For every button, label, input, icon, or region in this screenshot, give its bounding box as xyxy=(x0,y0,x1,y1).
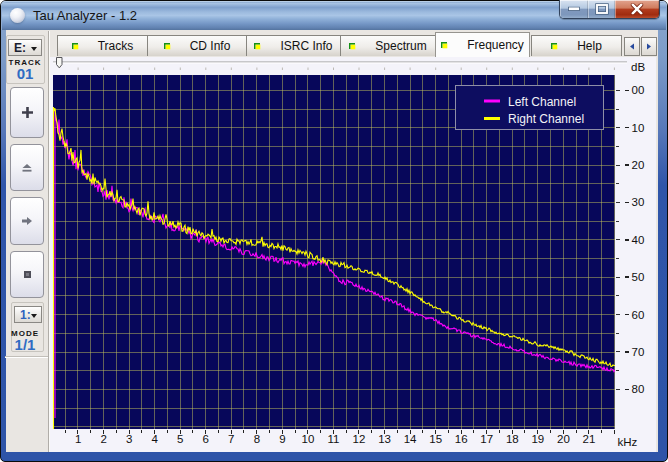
svg-text:7: 7 xyxy=(228,433,234,445)
svg-text:40: 40 xyxy=(632,234,645,246)
svg-text:5: 5 xyxy=(177,433,183,445)
svg-text:15: 15 xyxy=(429,433,442,445)
svg-text:30: 30 xyxy=(632,196,645,208)
svg-text:dB: dB xyxy=(631,61,645,73)
svg-text:8: 8 xyxy=(254,433,260,445)
svg-text:80: 80 xyxy=(632,383,645,395)
svg-text:6: 6 xyxy=(203,433,209,445)
svg-text:16: 16 xyxy=(455,433,468,445)
svg-text:10: 10 xyxy=(302,433,315,445)
svg-text:kHz: kHz xyxy=(618,436,638,448)
svg-text:Right Channel: Right Channel xyxy=(508,112,584,126)
svg-text:60: 60 xyxy=(632,309,645,321)
svg-text:13: 13 xyxy=(378,433,391,445)
svg-text:50: 50 xyxy=(632,271,645,283)
svg-text:12: 12 xyxy=(353,433,366,445)
svg-text:2: 2 xyxy=(100,433,106,445)
svg-text:3: 3 xyxy=(126,433,132,445)
svg-text:20: 20 xyxy=(632,159,645,171)
svg-text:10: 10 xyxy=(632,122,645,134)
svg-text:4: 4 xyxy=(151,433,158,445)
svg-text:14: 14 xyxy=(404,433,417,445)
svg-text:18: 18 xyxy=(506,433,519,445)
svg-text:20: 20 xyxy=(557,433,570,445)
svg-text:11: 11 xyxy=(328,433,340,445)
svg-text:19: 19 xyxy=(531,433,544,445)
svg-text:Left Channel: Left Channel xyxy=(508,95,576,109)
svg-text:17: 17 xyxy=(480,433,493,445)
svg-text:1: 1 xyxy=(75,433,81,445)
svg-text:21: 21 xyxy=(583,433,596,445)
svg-text:70: 70 xyxy=(632,346,645,358)
svg-text:9: 9 xyxy=(279,433,285,445)
svg-text:00: 00 xyxy=(632,84,645,96)
